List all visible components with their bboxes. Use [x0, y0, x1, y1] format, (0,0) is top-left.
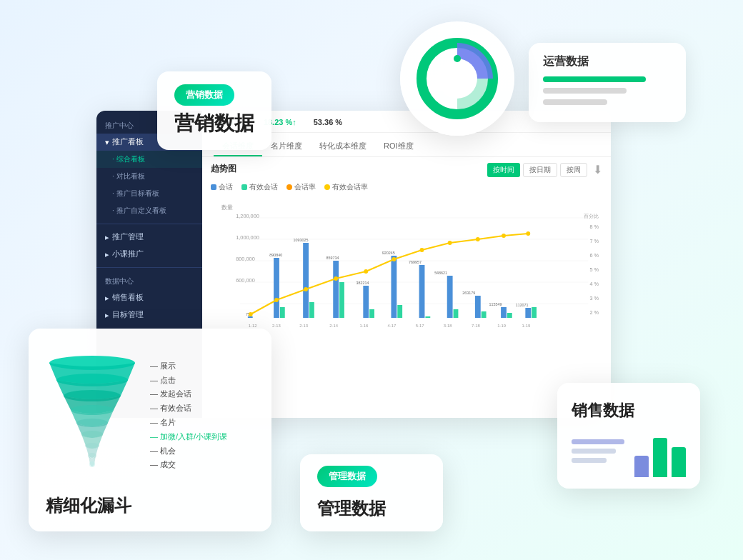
download-icon[interactable]: ⬇ [593, 163, 602, 177]
svg-text:2 %: 2 % [589, 309, 599, 316]
sales-line-3 [572, 458, 607, 463]
pie-icon-card [400, 21, 514, 136]
svg-text:1093025: 1093025 [293, 238, 308, 242]
sidebar-item-zonghekb[interactable]: · 综合看板 [96, 151, 202, 168]
svg-point-83 [89, 461, 95, 467]
sales-card-title: 销售数据 [572, 400, 686, 421]
tab-zhuanhua[interactable]: 转化成本维度 [311, 137, 375, 156]
svg-point-72 [476, 237, 480, 241]
sidebar-item-mubiaogl[interactable]: ▸ 目标管理 [96, 306, 202, 324]
svg-text:890840: 890840 [269, 253, 282, 257]
svg-rect-41 [397, 305, 402, 318]
sidebar-item-duebi[interactable]: · 对比看板 [96, 168, 202, 185]
chart-title: 趋势图 [211, 163, 236, 175]
sidebar-item-xiaoke[interactable]: ▸ 小课推广 [96, 246, 202, 263]
funnel-card-title: 精细化漏斗 [46, 494, 254, 517]
svg-rect-60 [525, 308, 531, 318]
funnel-label-3: — 有效会话 [150, 401, 227, 416]
legend-row: 会话 有效会话 会话率 有效会话率 [211, 182, 602, 192]
funnel-card: — 展示 — 点击 — 发起会话 — 有效会话 — 名片 — 加微/入群/小课到… [29, 329, 271, 531]
mgmt-card-title: 管理数据 [317, 497, 426, 520]
funnel-label-7: — 成交 [150, 458, 227, 472]
sidebar-icon-xiaoke: ▸ [105, 250, 109, 259]
svg-text:3 %: 3 % [589, 295, 599, 301]
mgmt-card: 管理数据 管理数据 [300, 454, 443, 531]
ops-bar-2 [543, 88, 627, 94]
svg-rect-56 [501, 307, 507, 318]
svg-text:2-13: 2-13 [299, 324, 308, 328]
sidebar-header-data: 数据中心 [96, 272, 202, 289]
svg-text:382214: 382214 [356, 281, 369, 285]
svg-rect-21 [248, 316, 253, 318]
svg-rect-29 [309, 302, 314, 318]
sidebar-icon-xiaoshou: ▸ [105, 294, 109, 302]
legend-youxiao: 有效会话 [241, 182, 278, 192]
svg-text:1-12: 1-12 [249, 324, 257, 328]
sidebar-icon-mubiaogl: ▸ [105, 311, 109, 319]
tab-roi[interactable]: ROI维度 [375, 137, 422, 156]
bar-chart-mini [634, 434, 686, 477]
svg-text:859734: 859734 [326, 256, 339, 260]
svg-text:百分比: 百分比 [584, 213, 599, 219]
svg-text:920245: 920245 [382, 251, 395, 255]
svg-point-65 [274, 298, 279, 302]
sidebar-label-tuiguang: 推广看板 [112, 137, 144, 147]
legend-rate: 会话率 [286, 182, 316, 192]
ops-bar-3 [543, 99, 607, 105]
svg-text:7 %: 7 % [589, 238, 599, 244]
svg-text:4 %: 4 % [589, 281, 599, 287]
sidebar-item-tuiguanggl[interactable]: ▸ 推广管理 [96, 229, 202, 246]
svg-text:8 %: 8 % [589, 224, 599, 230]
svg-text:4-17: 4-17 [388, 324, 397, 328]
svg-rect-53 [482, 311, 487, 318]
svg-rect-52 [475, 296, 481, 318]
svg-text:1,000,000: 1,000,000 [236, 234, 259, 241]
stat-3: 53.36 % [314, 118, 342, 126]
ctrl-btn-week[interactable]: 按周 [560, 163, 587, 177]
legend-dot-rate [286, 184, 292, 190]
svg-text:769957: 769957 [409, 260, 422, 264]
svg-text:263179: 263179 [462, 291, 475, 295]
svg-text:1-19: 1-19 [497, 324, 506, 328]
svg-text:1,200,000: 1,200,000 [236, 213, 259, 219]
marketing-card: 营销数据 营销数据 [157, 71, 271, 150]
sidebar-divider-1 [96, 224, 202, 224]
svg-rect-37 [369, 309, 374, 318]
svg-rect-61 [532, 307, 537, 318]
marketing-title: 营销数据 [174, 110, 254, 137]
svg-text:7-18: 7-18 [472, 324, 480, 328]
svg-text:1-19: 1-19 [522, 324, 530, 328]
svg-text:800,000: 800,000 [236, 256, 254, 262]
svg-point-2 [454, 55, 461, 62]
funnel-label-6: — 机会 [150, 444, 227, 459]
ctrl-btn-date[interactable]: 按日期 [523, 163, 557, 177]
sales-line-1 [572, 439, 624, 444]
svg-text:5-17: 5-17 [416, 324, 424, 328]
ctrl-btn-time[interactable]: 按时间 [487, 163, 520, 177]
bar-1 [634, 456, 649, 477]
marketing-tag: 营销数据 [174, 84, 234, 106]
funnel-label-0: — 展示 [150, 359, 227, 374]
svg-point-68 [364, 269, 368, 274]
sales-line-2 [572, 449, 616, 454]
legend-dot-youxiaorate [324, 184, 330, 190]
legend-label-youxiao: 有效会话 [249, 182, 278, 192]
ops-card: 运营数据 [529, 43, 686, 122]
funnel-label-2: — 发起会话 [150, 387, 227, 401]
sidebar-item-zidingyi[interactable]: · 推广自定义看板 [96, 202, 202, 219]
svg-text:548621: 548621 [434, 271, 447, 275]
sidebar-icon-tuiguanggl: ▸ [105, 233, 109, 241]
sidebar-item-xiaoshou[interactable]: ▸ 销售看板 [96, 289, 202, 306]
sidebar-item-mubiao[interactable]: · 推广目标看板 [96, 185, 202, 202]
legend-dot-youxiao [241, 184, 247, 190]
svg-text:数量: 数量 [221, 204, 233, 211]
sidebar-icon-tuiguang: ▾ [105, 138, 109, 146]
legend-label-youxiaorate: 有效会话率 [332, 182, 368, 192]
sidebar-divider-2 [96, 267, 202, 268]
stat-value-3: 53.36 % [314, 118, 342, 126]
svg-rect-24 [274, 258, 279, 318]
legend-label-huihua: 会话 [219, 182, 233, 192]
pie-chart-icon [414, 36, 500, 121]
svg-text:2-14: 2-14 [329, 324, 338, 328]
svg-point-69 [392, 257, 396, 261]
